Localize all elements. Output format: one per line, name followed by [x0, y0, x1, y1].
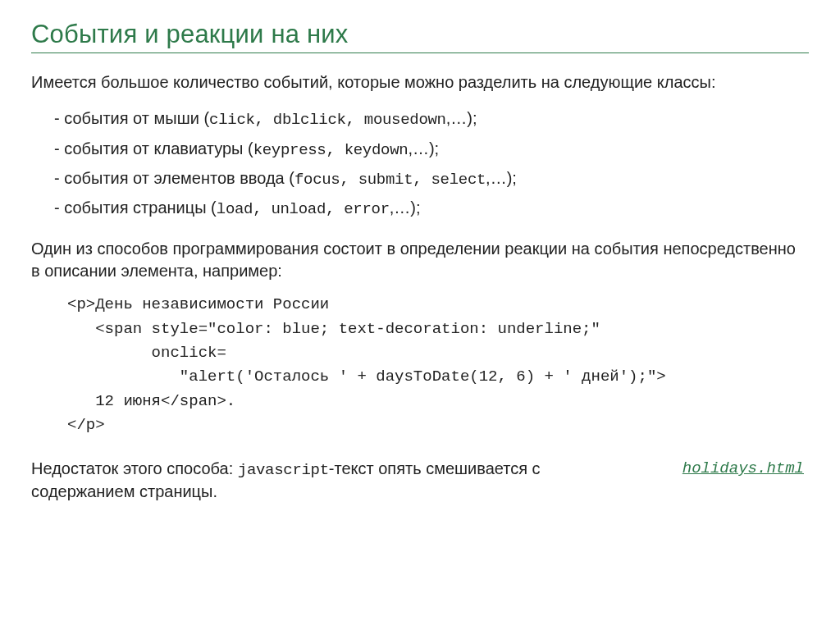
method-paragraph: Один из способов программирования состои…	[31, 238, 809, 281]
bullet-suffix: ,…);	[446, 109, 477, 127]
bullet-prefix: - события страницы (	[54, 199, 217, 217]
code-example: <p>День независимости России <span style…	[67, 293, 809, 438]
caveat-mono: javascript	[238, 461, 329, 479]
caveat-pre: Недостаток этого способа:	[31, 459, 238, 477]
bullet-prefix: - события от мыши (	[54, 109, 209, 127]
bullet-events: click, dblclick, mousedown	[209, 111, 446, 129]
list-item: - события от клавиатуры (keypress, keydo…	[54, 135, 809, 164]
footer-row: Недостаток этого способа: javascript-тек…	[31, 458, 809, 504]
intro-paragraph: Имеется большое количество событий, кото…	[31, 71, 809, 93]
bullet-prefix: - события от клавиатуры (	[54, 139, 253, 158]
bullet-events: keypress, keydown	[253, 141, 409, 159]
list-item: - события от мыши (click, dblclick, mous…	[54, 104, 809, 134]
bullet-suffix: ,…);	[486, 169, 517, 187]
bullet-events: focus, submit, select	[294, 171, 486, 189]
bullet-events: load, unload, error	[217, 200, 390, 218]
bullet-list: - события от мыши (click, dblclick, mous…	[54, 104, 809, 223]
caveat-text: Недостаток этого способа: javascript-тек…	[31, 458, 556, 504]
slide: События и реакции на них Имеется большое…	[0, 0, 840, 630]
bullet-suffix: ,…);	[408, 139, 439, 158]
list-item: - события от элементов ввода (focus, sub…	[54, 164, 809, 194]
list-item: - события страницы (load, unload, error,…	[54, 194, 809, 223]
bullet-suffix: ,…);	[390, 199, 421, 217]
slide-title: События и реакции на них	[31, 20, 809, 49]
holidays-link[interactable]: holidays.html	[682, 459, 809, 477]
title-rule	[31, 52, 809, 53]
bullet-prefix: - события от элементов ввода (	[54, 169, 294, 187]
